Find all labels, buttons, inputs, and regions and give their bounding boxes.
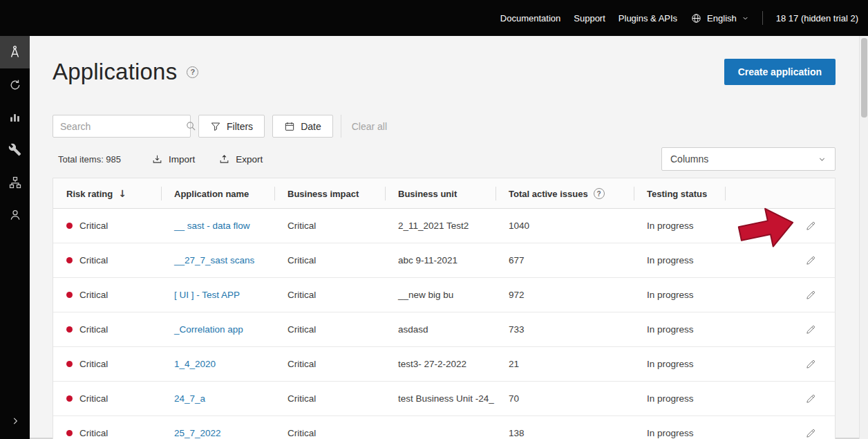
vertical-scrollbar[interactable]	[859, 36, 868, 439]
business-impact-cell: Critical	[274, 359, 385, 369]
total-active-issues-cell: 70	[496, 393, 634, 404]
topbar-divider	[762, 11, 763, 25]
header-risk-rating[interactable]: Risk rating ↓	[53, 178, 161, 209]
application-link[interactable]: _Correlation app	[174, 324, 243, 335]
sidebar-item-applications[interactable]	[0, 36, 30, 68]
table-row: Critical __27_7_sast scans Critical abc …	[53, 243, 835, 278]
sidebar-item-results[interactable]	[0, 101, 30, 133]
filters-label: Filters	[227, 121, 253, 132]
risk-rating-cell: Critical	[53, 359, 161, 369]
edit-pencil-icon[interactable]	[805, 324, 817, 335]
chevron-down-icon	[818, 155, 827, 164]
edit-pencil-icon[interactable]	[805, 254, 817, 266]
risk-rating-cell: Critical	[53, 428, 161, 438]
critical-risk-dot	[66, 257, 73, 263]
plugins-apis-link[interactable]: Plugins & APIs	[619, 13, 677, 24]
support-link[interactable]: Support	[574, 13, 605, 24]
business-impact-cell: Critical	[274, 255, 385, 265]
risk-rating-cell: Critical	[53, 255, 161, 265]
export-button[interactable]: Export	[218, 153, 263, 165]
edit-pencil-icon[interactable]	[805, 289, 817, 301]
testing-status-cell: In progress	[634, 324, 725, 335]
row-actions-cell	[725, 254, 835, 266]
header-business-unit[interactable]: Business unit	[385, 178, 496, 209]
filters-button[interactable]: Filters	[198, 115, 265, 138]
export-label: Export	[236, 154, 263, 165]
header-label: Business unit	[398, 189, 457, 199]
results-chart-icon	[8, 111, 21, 124]
clear-all-button[interactable]: Clear all	[349, 121, 387, 132]
toolbar-divider	[341, 115, 341, 138]
business-impact-cell: Critical	[274, 324, 385, 335]
application-link[interactable]: 25_7_2022	[174, 428, 221, 438]
application-link[interactable]: __ sast - data flow	[174, 221, 250, 231]
sidebar-item-settings[interactable]	[0, 133, 30, 166]
sidebar-expand-button[interactable]	[0, 411, 30, 431]
globe-icon	[690, 12, 702, 24]
search-input[interactable]	[60, 121, 185, 132]
application-link[interactable]: __27_7_sast scans	[174, 255, 254, 265]
date-button[interactable]: Date	[272, 115, 333, 138]
documentation-link[interactable]: Documentation	[500, 13, 560, 24]
application-link[interactable]: 24_7_a	[174, 393, 205, 404]
import-button[interactable]: Import	[151, 153, 195, 165]
edit-pencil-icon[interactable]	[805, 220, 817, 232]
top-bar: Documentation Support Plugins & APIs Eng…	[0, 0, 868, 36]
total-active-issues-cell: 972	[496, 290, 634, 300]
edit-pencil-icon[interactable]	[805, 427, 817, 439]
row-actions-cell	[725, 427, 835, 439]
business-impact-cell: Critical	[274, 290, 385, 300]
business-unit-cell: __new big bu	[385, 290, 496, 300]
scrollbar-thumb[interactable]	[861, 38, 867, 118]
scans-icon	[8, 78, 22, 92]
header-application-name[interactable]: Application name	[161, 178, 274, 209]
sidebar-item-profile[interactable]	[0, 198, 30, 231]
total-active-issues-cell: 138	[496, 428, 634, 438]
page-help-icon[interactable]: ?	[187, 66, 198, 78]
risk-rating-label: Critical	[79, 324, 108, 335]
edit-pencil-icon[interactable]	[805, 358, 817, 370]
columns-label: Columns	[670, 153, 708, 165]
search-icon[interactable]	[185, 120, 197, 132]
testing-status-cell: In progress	[634, 393, 725, 404]
risk-rating-cell: Critical	[53, 221, 161, 231]
sidebar-item-organization[interactable]	[0, 166, 30, 198]
sidebar	[0, 36, 30, 439]
business-unit-cell: abc 9-11-2021	[385, 255, 496, 265]
testing-status-cell: In progress	[634, 255, 725, 265]
applications-icon	[8, 45, 22, 59]
main-content: Applications ? Create application	[30, 36, 859, 439]
header-label: Risk rating	[66, 189, 113, 199]
critical-risk-dot	[66, 292, 73, 298]
edit-pencil-icon[interactable]	[805, 393, 817, 404]
total-items-count: Total items: 985	[58, 154, 121, 165]
sort-descending-icon[interactable]: ↓	[118, 188, 126, 199]
columns-dropdown[interactable]: Columns	[661, 147, 836, 171]
risk-rating-cell: Critical	[53, 393, 161, 404]
testing-status-cell: In progress	[634, 221, 725, 231]
header-testing-status[interactable]: Testing status	[634, 178, 725, 209]
business-impact-cell: Critical	[274, 393, 385, 404]
language-label: English	[707, 13, 737, 24]
business-impact-cell: Critical	[274, 428, 385, 438]
create-application-button[interactable]: Create application	[724, 59, 836, 85]
chevron-down-icon	[742, 15, 749, 22]
row-actions-cell	[725, 393, 835, 404]
application-link[interactable]: [ UI ] - Test APP	[174, 290, 240, 300]
row-actions-cell	[725, 358, 835, 370]
sidebar-item-scans[interactable]	[0, 68, 30, 101]
row-actions-cell	[725, 220, 835, 232]
header-business-impact[interactable]: Business impact	[274, 178, 385, 209]
critical-risk-dot	[66, 223, 73, 229]
issues-help-icon[interactable]: ?	[594, 188, 605, 199]
header-total-active-issues[interactable]: Total active issues ?	[496, 178, 634, 209]
language-selector[interactable]: English	[690, 12, 749, 24]
risk-rating-label: Critical	[79, 255, 108, 265]
application-link[interactable]: 1_4_2020	[174, 359, 216, 369]
business-impact-cell: Critical	[274, 221, 385, 231]
header-actions	[725, 178, 835, 209]
user-profile-icon	[8, 208, 22, 222]
settings-wrench-icon	[8, 143, 21, 156]
date-label: Date	[301, 121, 321, 132]
filter-toolbar: Filters Date Clear all	[53, 115, 387, 138]
